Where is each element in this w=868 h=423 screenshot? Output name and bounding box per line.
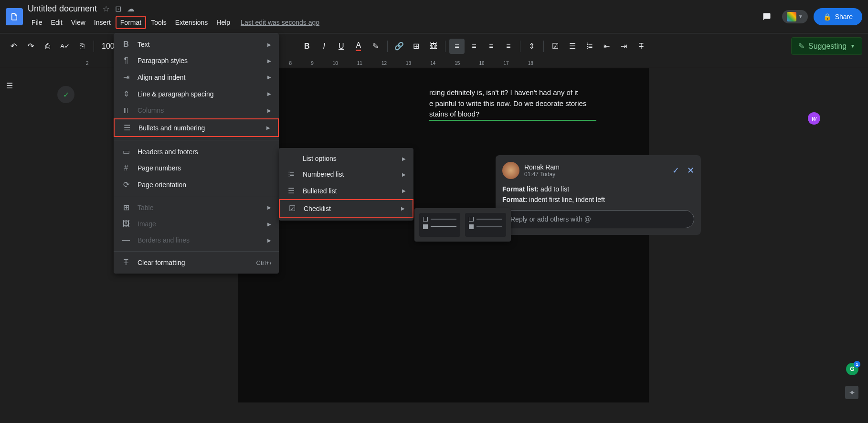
collaborator-badge[interactable]: w — [808, 112, 820, 125]
submenu-arrow-icon: ▶ — [267, 58, 271, 63]
add-comment-button[interactable]: ⊞ — [409, 39, 424, 54]
submenu-arrow-icon: ▶ — [267, 74, 271, 80]
meet-button[interactable]: ▼ — [782, 10, 808, 23]
link-button[interactable]: 🔗 — [392, 39, 407, 54]
spellcheck-button[interactable]: A✓ — [57, 39, 73, 54]
menu-insert[interactable]: Insert — [90, 17, 115, 28]
columns-icon: ⫼ — [121, 106, 131, 115]
checklist-style-2[interactable] — [465, 213, 506, 237]
format-page-orientation[interactable]: ⟳ Page orientation — [114, 176, 279, 193]
paragraph-icon: ¶ — [121, 56, 131, 65]
image-icon: 🖼 — [121, 220, 131, 228]
share-button[interactable]: 🔒 Share — [814, 8, 862, 25]
pencil-icon: ✎ — [798, 42, 804, 51]
submenu-arrow-icon: ▶ — [267, 108, 271, 113]
format-line-spacing[interactable]: ⇕ Line & paragraph spacing ▶ — [114, 85, 279, 102]
comment-history-icon[interactable] — [757, 7, 776, 26]
star-icon[interactable]: ☆ — [103, 4, 109, 13]
bulleted-list-button[interactable]: ☰ — [565, 39, 580, 54]
menu-format[interactable]: Format — [116, 16, 146, 29]
submenu-numbered-list[interactable]: ⦙≡ Numbered list ▶ — [279, 166, 413, 182]
doc-line-3: stains of blood? — [429, 110, 479, 118]
avatar — [502, 162, 519, 179]
clear-format-button[interactable]: T — [634, 39, 649, 54]
format-paragraph-styles[interactable]: ¶ Paragraph styles ▶ — [114, 53, 279, 69]
menu-extensions[interactable]: Extensions — [171, 17, 212, 28]
format-page-numbers[interactable]: # Page numbers — [114, 160, 279, 176]
increase-indent-button[interactable]: ⇥ — [616, 39, 632, 54]
align-center-button[interactable]: ≡ — [466, 39, 482, 54]
format-table[interactable]: ⊞ Table ▶ — [114, 199, 279, 216]
text-color-button[interactable]: A — [351, 39, 366, 54]
insert-image-button[interactable]: 🖼 — [426, 39, 441, 54]
align-left-button[interactable]: ≡ — [449, 39, 465, 54]
editing-mode-button[interactable]: ✎ Suggesting ▼ — [791, 37, 862, 55]
print-button[interactable]: ⎙ — [40, 39, 55, 54]
submenu-arrow-icon: ▶ — [402, 188, 406, 193]
share-label: Share — [835, 13, 853, 21]
title-area: Untitled document ☆ ⊡ ☁ File Edit View I… — [28, 4, 752, 29]
table-icon: ⊞ — [121, 203, 131, 212]
format-bullets-numbering[interactable]: ☰ Bullets and numbering ▶ — [114, 118, 279, 137]
menu-file[interactable]: File — [28, 17, 46, 28]
checklist-style-1[interactable] — [419, 213, 460, 237]
menu-edit[interactable]: Edit — [47, 17, 66, 28]
menu-view[interactable]: View — [67, 17, 89, 28]
highlight-button[interactable]: ✎ — [368, 39, 383, 54]
submenu-arrow-icon: ▶ — [402, 172, 406, 177]
submenu-bulleted-list[interactable]: ☰ Bulleted list ▶ — [279, 182, 413, 199]
line-spacing-icon: ⇕ — [121, 89, 131, 98]
cloud-icon[interactable]: ☁ — [127, 4, 135, 13]
format-borders-lines[interactable]: — Borders and lines ▶ — [114, 232, 279, 248]
orientation-icon: ⟳ — [121, 180, 131, 189]
checklist-style-popup — [414, 208, 511, 242]
submenu-arrow-icon: ▶ — [267, 205, 271, 210]
submenu-list-options[interactable]: List options ▶ — [279, 151, 413, 166]
comment-user-name: Ronak Ram — [524, 163, 667, 171]
doc-line-2: e painful to write this now. Do we decor… — [429, 98, 620, 109]
move-icon[interactable]: ⊡ — [115, 4, 121, 13]
last-edit-link[interactable]: Last edit was seconds ago — [241, 19, 319, 26]
format-headers-footers[interactable]: ▭ Headers and footers — [114, 143, 279, 160]
resolve-button[interactable]: ✓ — [672, 165, 679, 176]
underline-button[interactable]: U — [334, 39, 349, 54]
comment-panel: Ronak Ram 01:47 Today ✓ ✕ Format list: a… — [496, 155, 701, 235]
hash-icon: # — [121, 164, 131, 172]
meet-icon — [787, 12, 796, 21]
submenu-arrow-icon: ▶ — [267, 91, 271, 96]
checklist-icon: ☑ — [287, 204, 297, 213]
align-right-button[interactable]: ≡ — [484, 39, 499, 54]
outline-icon[interactable]: ☰ — [2, 78, 17, 93]
format-text[interactable]: B Text ▶ — [114, 36, 279, 53]
menu-tools[interactable]: Tools — [147, 17, 170, 28]
undo-button[interactable]: ↶ — [6, 39, 21, 54]
comment-timestamp: 01:47 Today — [524, 171, 667, 178]
submenu-arrow-icon: ▶ — [267, 238, 271, 243]
format-clear-formatting[interactable]: T Clear formatting Ctrl+\ — [114, 254, 279, 271]
grammarly-badge[interactable]: G — [846, 363, 858, 375]
numbered-list-button[interactable]: ⦙≡ — [582, 39, 597, 54]
bold-button[interactable]: B — [299, 39, 315, 54]
format-columns[interactable]: ⫼ Columns ▶ — [114, 102, 279, 118]
format-image[interactable]: 🖼 Image ▶ — [114, 216, 279, 232]
format-align-indent[interactable]: ⇥ Align and indent ▶ — [114, 69, 279, 85]
submenu-arrow-icon: ▶ — [402, 156, 406, 161]
menu-bar: File Edit View Insert Format Tools Exten… — [28, 16, 752, 29]
docs-logo-icon[interactable] — [6, 8, 23, 25]
line-spacing-button[interactable]: ⇕ — [524, 39, 540, 54]
redo-button[interactable]: ↷ — [23, 39, 38, 54]
check-badge[interactable]: ✓ — [57, 86, 74, 103]
paint-format-button[interactable]: ⎘ — [74, 39, 90, 54]
italic-button[interactable]: I — [317, 39, 332, 54]
submenu-checklist[interactable]: ☑ Checklist ▶ — [279, 199, 413, 218]
menu-help[interactable]: Help — [212, 17, 234, 28]
checklist-button[interactable]: ☑ — [548, 39, 563, 54]
explore-button[interactable]: ✦ — [845, 386, 858, 399]
suggesting-label: Suggesting — [808, 42, 847, 51]
close-comment-button[interactable]: ✕ — [687, 165, 694, 176]
decrease-indent-button[interactable]: ⇤ — [599, 39, 614, 54]
indent-icon: ⇥ — [121, 73, 131, 82]
align-justify-button[interactable]: ≡ — [501, 39, 516, 54]
reply-input[interactable]: Reply or add others with @ — [502, 210, 694, 228]
document-title[interactable]: Untitled document — [28, 4, 97, 14]
